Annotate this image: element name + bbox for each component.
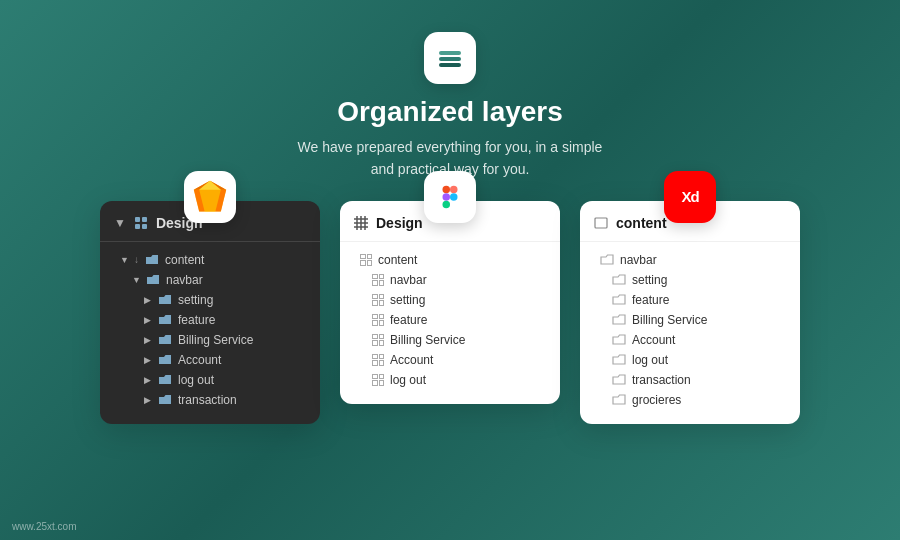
svg-rect-2 [439, 63, 461, 67]
list-item: ▼ navbar [100, 270, 320, 290]
svg-rect-13 [142, 224, 147, 229]
cards-container: ▼ Design ▼ ↓ content ▼ navbar ▶ setting … [0, 181, 900, 424]
watermark: www.25xt.com [12, 521, 76, 532]
hero-section: Organized layers We have prepared everyt… [0, 0, 900, 181]
list-item: setting [340, 290, 560, 310]
list-item: Billing Service [580, 310, 800, 330]
svg-rect-15 [450, 186, 458, 194]
figma-card: Design content navbar setting feature Bi… [340, 201, 560, 404]
list-item: ▶ setting [100, 290, 320, 310]
list-item: ▶ Account [100, 350, 320, 370]
list-item: navbar [580, 250, 800, 270]
hero-title: Organized layers [0, 96, 900, 128]
list-item: grocieres [580, 390, 800, 410]
list-item: feature [580, 290, 800, 310]
svg-rect-0 [439, 51, 461, 55]
list-item: Account [580, 330, 800, 350]
list-item: setting [580, 270, 800, 290]
hero-subtitle: We have prepared everything for you, in … [0, 136, 900, 181]
list-item: transaction [580, 370, 800, 390]
list-item: navbar [340, 270, 560, 290]
list-item: ▶ Billing Service [100, 330, 320, 350]
list-item: ▼ ↓ content [100, 250, 320, 270]
xd-card: Xd content navbar setting feature Billin… [580, 201, 800, 424]
svg-point-18 [450, 193, 458, 201]
hero-app-icon [424, 32, 476, 84]
list-item: ▶ feature [100, 310, 320, 330]
svg-rect-14 [443, 186, 451, 194]
svg-rect-16 [443, 193, 451, 201]
sketch-card: ▼ Design ▼ ↓ content ▼ navbar ▶ setting … [100, 201, 320, 424]
svg-rect-17 [443, 201, 451, 209]
svg-rect-10 [135, 217, 140, 222]
list-item: Billing Service [340, 330, 560, 350]
svg-rect-12 [135, 224, 140, 229]
list-item: ▶ transaction [100, 390, 320, 410]
list-item: ▶ log out [100, 370, 320, 390]
list-item: log out [580, 350, 800, 370]
svg-rect-11 [142, 217, 147, 222]
svg-rect-25 [595, 218, 607, 228]
list-item: log out [340, 370, 560, 390]
list-item: Account [340, 350, 560, 370]
list-item: content [340, 250, 560, 270]
list-item: feature [340, 310, 560, 330]
svg-rect-1 [439, 57, 461, 61]
